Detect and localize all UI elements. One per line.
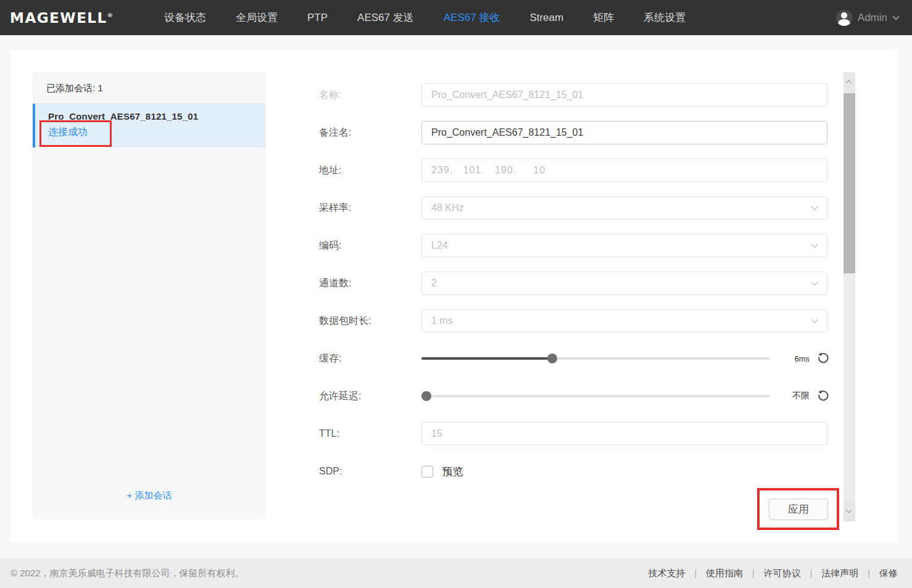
allowed-delay-slider-handle[interactable]: [421, 391, 431, 401]
name-input[interactable]: [421, 83, 827, 107]
alias-input[interactable]: [421, 121, 827, 144]
copyright-text: © 2022，南京美乐威电子科技有限公司，保留所有权利。: [10, 568, 244, 579]
reset-icon[interactable]: [816, 390, 829, 402]
packet-time-label: 数据包时长:: [319, 315, 421, 328]
field-row-buffer: 缓存: 6ms: [319, 347, 827, 370]
field-row-sample-rate: 采样率: 48 KHz: [319, 196, 827, 220]
alias-label: 备注名:: [319, 126, 421, 139]
buffer-slider-handle[interactable]: [547, 354, 557, 363]
nav-item-system-settings[interactable]: 系统设置: [629, 0, 700, 35]
allowed-delay-slider[interactable]: [421, 395, 770, 397]
user-name: Admin: [858, 12, 887, 24]
footer-links: 技术支持 | 使用指南 | 许可协议 | 法律声明 | 保修: [648, 568, 898, 579]
field-row-sdp: SDP: 预览: [319, 460, 827, 483]
footer-separator: |: [694, 568, 697, 578]
session-count-header: 已添加会话: 1: [33, 72, 266, 104]
encoding-select[interactable]: L24: [421, 234, 827, 257]
chevron-down-icon: [846, 507, 852, 513]
footer-link-guide[interactable]: 使用指南: [706, 568, 743, 579]
sdp-preview-label: 预览: [442, 466, 463, 478]
allowed-delay-label: 允许延迟:: [319, 390, 421, 403]
ttl-label: TTL:: [319, 428, 421, 439]
buffer-label: 缓存:: [319, 352, 421, 365]
footer-link-legal[interactable]: 法律声明: [821, 568, 858, 579]
scrollbar-thumb[interactable]: [844, 93, 855, 273]
user-menu[interactable]: Admin: [836, 10, 898, 26]
channels-label: 通道数:: [319, 277, 421, 290]
scrollbar-up-button[interactable]: [844, 72, 855, 93]
field-row-channels: 通道数: 2: [319, 271, 827, 295]
field-row-allowed-delay: 允许延迟: 不限: [319, 384, 827, 408]
field-row-encoding: 编码: L24: [319, 234, 827, 257]
nav-item-ptp[interactable]: PTP: [292, 0, 342, 35]
reset-icon[interactable]: [816, 352, 829, 365]
apply-button[interactable]: 应用: [769, 499, 828, 520]
buffer-slider[interactable]: [421, 357, 770, 360]
field-row-name: 名称:: [319, 83, 827, 107]
footer-separator: |: [752, 568, 755, 578]
sample-rate-label: 采样率:: [319, 202, 421, 215]
footer-link-license[interactable]: 许可协议: [764, 568, 801, 579]
session-list-item[interactable]: Pro_Convert_AES67_8121_15_01 连接成功: [33, 104, 266, 147]
footer-link-warranty[interactable]: 保修: [879, 568, 898, 579]
field-row-packet-time: 数据包时长: 1 ms: [319, 309, 827, 333]
footer-separator: |: [810, 568, 813, 578]
name-label: 名称:: [319, 89, 421, 102]
page-footer: © 2022，南京美乐威电子科技有限公司，保留所有权利。 技术支持 | 使用指南…: [0, 558, 912, 588]
scrollbar-down-button[interactable]: [844, 501, 855, 521]
allowed-delay-value: 不限: [774, 391, 810, 402]
address-input[interactable]: 239. 101. 190. 10: [421, 159, 827, 182]
top-navbar: MAGEWELL® 设备状态 全局设置 PTP AES67 发送 AES67 接…: [0, 0, 912, 35]
form-scrollbar[interactable]: [844, 72, 855, 521]
ttl-input[interactable]: [421, 422, 827, 445]
user-avatar-icon: [836, 10, 852, 26]
buffer-value: 6ms: [774, 354, 810, 363]
magewell-logo: MAGEWELL®: [10, 10, 126, 26]
sdp-preview-checkbox[interactable]: [421, 466, 433, 478]
registered-mark: ®: [107, 12, 113, 19]
footer-separator: |: [868, 568, 870, 578]
chevron-up-icon: [846, 80, 852, 86]
session-list-panel: 已添加会话: 1 Pro_Convert_AES67_8121_15_01 连接…: [33, 72, 266, 519]
address-label: 地址:: [319, 164, 421, 177]
field-row-ttl: TTL:: [319, 422, 827, 445]
session-name: Pro_Convert_AES67_8121_15_01: [48, 111, 266, 122]
encoding-label: 编码:: [319, 239, 421, 252]
session-settings-form: 名称: 备注名: 地址: 239. 101. 190. 10 采样率: 48 K…: [319, 83, 827, 497]
nav-item-aes67-receive[interactable]: AES67 接收: [429, 0, 515, 35]
nav-item-global-settings[interactable]: 全局设置: [221, 0, 292, 35]
session-status: 连接成功: [48, 126, 266, 139]
footer-link-support[interactable]: 技术支持: [648, 568, 685, 579]
field-row-alias: 备注名:: [319, 121, 827, 144]
nav-menu: 设备状态 全局设置 PTP AES67 发送 AES67 接收 Stream 矩…: [149, 0, 700, 35]
add-session-button[interactable]: + 添加会话: [33, 490, 266, 502]
packet-time-select[interactable]: 1 ms: [421, 309, 827, 333]
nav-item-stream[interactable]: Stream: [515, 0, 578, 35]
main-content-card: 已添加会话: 1 Pro_Convert_AES67_8121_15_01 连接…: [10, 51, 898, 542]
sample-rate-select[interactable]: 48 KHz: [421, 196, 827, 220]
nav-item-matrix[interactable]: 矩阵: [578, 0, 629, 35]
field-row-address: 地址: 239. 101. 190. 10: [319, 159, 827, 182]
chevron-down-icon: [892, 13, 899, 20]
nav-item-device-status[interactable]: 设备状态: [149, 0, 221, 35]
channels-select[interactable]: 2: [421, 271, 827, 295]
sdp-label: SDP:: [319, 466, 421, 477]
nav-item-aes67-send[interactable]: AES67 发送: [342, 0, 429, 35]
